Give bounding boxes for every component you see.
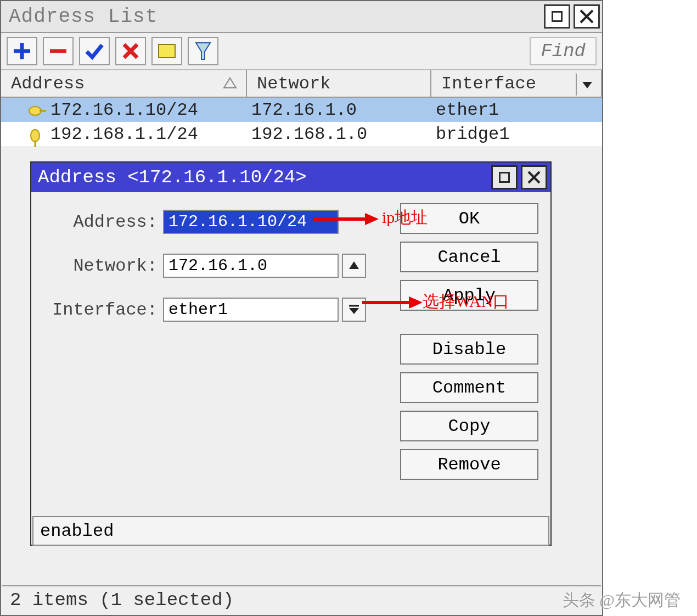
column-header-interface[interactable]: Interface (431, 70, 602, 97)
x-icon (122, 43, 139, 59)
filter-button[interactable] (188, 37, 218, 65)
table-row[interactable]: 192.168.1.1/24 192.168.1.0 bridge1 (1, 122, 602, 146)
disable-button[interactable] (115, 37, 146, 65)
cell-interface: bridge1 (436, 124, 509, 144)
address-input[interactable] (163, 210, 339, 234)
main-toolbar: Find (1, 33, 602, 70)
network-up-button[interactable] (342, 254, 366, 278)
cell-network: 192.168.1.0 (251, 124, 367, 144)
dialog-window-buttons (491, 165, 550, 189)
columns-dropdown-icon[interactable] (576, 74, 598, 96)
plus-icon (13, 42, 31, 60)
chevron-up-icon (348, 260, 360, 272)
apply-button[interactable]: Apply (400, 280, 538, 311)
svg-marker-19 (349, 308, 359, 314)
pin-icon (27, 128, 43, 147)
copy-button[interactable]: Copy (400, 411, 538, 441)
dialog-title: Address <172.16.1.10/24> (38, 167, 307, 188)
network-label: Network: (31, 256, 163, 276)
find-button[interactable]: Find (530, 37, 597, 65)
cell-address: 192.168.1.1/24 (50, 124, 198, 144)
comment-action-button[interactable]: Comment (400, 372, 538, 403)
form-row-address: Address: (31, 209, 383, 235)
minus-icon (49, 42, 68, 60)
column-header-network[interactable]: Network (247, 70, 431, 97)
interface-input[interactable] (163, 298, 339, 322)
main-window-title: Address List (3, 5, 158, 28)
svg-marker-10 (582, 82, 592, 88)
address-label: Address: (31, 212, 163, 232)
sort-indicator-icon (223, 76, 237, 90)
svg-point-11 (29, 107, 41, 115)
close-button-icon[interactable] (574, 4, 600, 29)
minimize-button-icon[interactable] (544, 4, 570, 29)
close-icon (527, 171, 541, 184)
column-header-address-label: Address (11, 74, 85, 94)
svg-marker-9 (224, 78, 236, 88)
dialog-minimize-button[interactable] (491, 165, 518, 189)
cell-network: 172.16.1.0 (251, 100, 357, 120)
remove-action-button[interactable]: Remove (400, 449, 538, 480)
dialog-action-buttons: OK Cancel Apply Disable Comment Copy Rem… (400, 203, 538, 480)
interface-dropdown-button[interactable] (342, 298, 366, 322)
check-icon (85, 42, 104, 60)
remove-button[interactable] (43, 37, 74, 65)
form-row-network: Network: (31, 253, 383, 279)
add-button[interactable] (7, 37, 37, 65)
main-titlebar: Address List (1, 1, 602, 33)
cell-interface: ether1 (436, 100, 499, 120)
column-header-interface-label: Interface (441, 74, 536, 94)
svg-marker-17 (349, 261, 359, 269)
dialog-form: Address: Network: Interface: (31, 192, 383, 340)
column-header-address[interactable]: Address (1, 70, 247, 97)
cell-address: 172.16.1.10/24 (50, 100, 198, 120)
column-headers: Address Network Interface (1, 70, 602, 98)
dialog-titlebar: Address <172.16.1.10/24> (31, 163, 550, 192)
address-dialog: Address <172.16.1.10/24> Address: Networ… (30, 161, 552, 546)
address-table-body: 172.16.1.10/24 172.16.1.0 ether1 192.168… (1, 98, 602, 146)
disable-action-button[interactable]: Disable (400, 334, 538, 365)
form-row-interface: Interface: (31, 296, 383, 323)
dropdown-icon (347, 303, 361, 316)
dialog-close-button[interactable] (521, 165, 547, 189)
svg-point-13 (31, 130, 40, 142)
cancel-button[interactable]: Cancel (400, 242, 538, 272)
table-row[interactable]: 172.16.1.10/24 172.16.1.0 ether1 (1, 98, 602, 122)
dialog-body: Address: Network: Interface: (31, 192, 550, 547)
svg-marker-8 (196, 43, 210, 59)
ok-button[interactable]: OK (400, 203, 538, 234)
dialog-status-bar: enabled (32, 516, 549, 546)
network-input[interactable] (163, 254, 339, 278)
svg-rect-7 (159, 44, 175, 58)
main-status-bar: 2 items (1 selected) (2, 585, 601, 614)
comment-button[interactable] (151, 37, 182, 65)
funnel-icon (195, 42, 211, 60)
enable-button[interactable] (79, 37, 110, 65)
pin-icon (27, 104, 46, 120)
note-icon (158, 43, 176, 59)
interface-label: Interface: (31, 300, 163, 320)
main-window-buttons (544, 4, 600, 29)
